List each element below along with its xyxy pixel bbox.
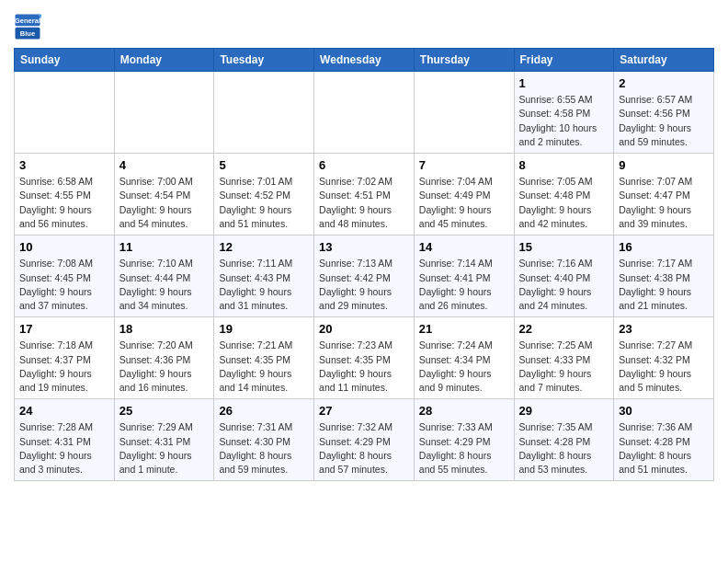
calendar-week-row: 3Sunrise: 6:58 AM Sunset: 4:55 PM Daylig… — [15, 154, 714, 236]
day-number: 5 — [219, 157, 309, 174]
day-info: Sunrise: 7:13 AM Sunset: 4:42 PM Dayligh… — [319, 257, 409, 313]
calendar-day-cell: 15Sunrise: 7:16 AM Sunset: 4:40 PM Dayli… — [514, 236, 614, 317]
logo: General Blue — [14, 13, 45, 40]
calendar-day-cell: 12Sunrise: 7:11 AM Sunset: 4:43 PM Dayli… — [214, 236, 314, 317]
day-info: Sunrise: 7:00 AM Sunset: 4:54 PM Dayligh… — [119, 175, 210, 231]
weekday-header: Sunday — [15, 49, 115, 72]
day-number: 15 — [519, 239, 609, 256]
day-info: Sunrise: 7:01 AM Sunset: 4:52 PM Dayligh… — [219, 175, 309, 231]
day-number: 1 — [519, 75, 609, 92]
day-info: Sunrise: 7:17 AM Sunset: 4:38 PM Dayligh… — [619, 257, 709, 313]
calendar-week-row: 10Sunrise: 7:08 AM Sunset: 4:45 PM Dayli… — [15, 236, 714, 317]
day-number: 24 — [19, 403, 109, 419]
calendar-day-cell — [15, 72, 115, 154]
day-number: 26 — [219, 403, 309, 419]
calendar-day-cell: 9Sunrise: 7:07 AM Sunset: 4:47 PM Daylig… — [614, 154, 714, 236]
calendar-day-cell: 23Sunrise: 7:27 AM Sunset: 4:32 PM Dayli… — [614, 317, 714, 399]
day-info: Sunrise: 7:11 AM Sunset: 4:43 PM Dayligh… — [219, 257, 309, 313]
calendar-day-cell — [214, 72, 314, 154]
day-info: Sunrise: 7:16 AM Sunset: 4:40 PM Dayligh… — [519, 257, 609, 313]
day-info: Sunrise: 7:36 AM Sunset: 4:28 PM Dayligh… — [619, 420, 709, 477]
day-info: Sunrise: 7:21 AM Sunset: 4:35 PM Dayligh… — [219, 339, 309, 395]
calendar-day-cell: 18Sunrise: 7:20 AM Sunset: 4:36 PM Dayli… — [114, 317, 214, 399]
calendar-day-cell: 3Sunrise: 6:58 AM Sunset: 4:55 PM Daylig… — [15, 154, 115, 236]
day-number: 23 — [619, 321, 709, 338]
day-number: 14 — [419, 239, 509, 256]
weekday-header: Saturday — [614, 49, 714, 72]
calendar-day-cell: 19Sunrise: 7:21 AM Sunset: 4:35 PM Dayli… — [214, 317, 314, 399]
day-info: Sunrise: 6:55 AM Sunset: 4:58 PM Dayligh… — [519, 93, 609, 149]
calendar-day-cell: 4Sunrise: 7:00 AM Sunset: 4:54 PM Daylig… — [114, 154, 214, 236]
day-number: 9 — [619, 157, 709, 174]
day-number: 10 — [19, 239, 109, 256]
day-info: Sunrise: 7:29 AM Sunset: 4:31 PM Dayligh… — [119, 420, 210, 477]
calendar-day-cell: 17Sunrise: 7:18 AM Sunset: 4:37 PM Dayli… — [15, 317, 115, 399]
calendar-day-cell: 13Sunrise: 7:13 AM Sunset: 4:42 PM Dayli… — [314, 236, 415, 317]
calendar-day-cell: 30Sunrise: 7:36 AM Sunset: 4:28 PM Dayli… — [614, 399, 714, 481]
day-info: Sunrise: 7:10 AM Sunset: 4:44 PM Dayligh… — [119, 257, 210, 313]
day-info: Sunrise: 7:28 AM Sunset: 4:31 PM Dayligh… — [19, 420, 109, 477]
day-number: 6 — [319, 157, 409, 174]
day-info: Sunrise: 7:05 AM Sunset: 4:48 PM Dayligh… — [519, 175, 609, 231]
weekday-header: Monday — [114, 49, 214, 72]
weekday-header: Wednesday — [314, 49, 415, 72]
calendar-day-cell: 29Sunrise: 7:35 AM Sunset: 4:28 PM Dayli… — [514, 399, 614, 481]
calendar-day-cell: 8Sunrise: 7:05 AM Sunset: 4:48 PM Daylig… — [514, 154, 614, 236]
calendar-header-row: SundayMondayTuesdayWednesdayThursdayFrid… — [15, 49, 714, 72]
day-info: Sunrise: 6:58 AM Sunset: 4:55 PM Dayligh… — [19, 175, 109, 231]
day-info: Sunrise: 7:14 AM Sunset: 4:41 PM Dayligh… — [419, 257, 509, 313]
svg-text:General: General — [15, 17, 40, 25]
weekday-header: Thursday — [414, 49, 514, 72]
calendar-table: SundayMondayTuesdayWednesdayThursdayFrid… — [14, 48, 714, 481]
day-number: 27 — [319, 403, 409, 419]
day-info: Sunrise: 7:23 AM Sunset: 4:35 PM Dayligh… — [319, 339, 409, 395]
day-info: Sunrise: 6:57 AM Sunset: 4:56 PM Dayligh… — [619, 93, 709, 149]
calendar-day-cell: 21Sunrise: 7:24 AM Sunset: 4:34 PM Dayli… — [414, 317, 514, 399]
day-number: 13 — [319, 239, 409, 256]
day-number: 8 — [519, 157, 609, 174]
day-info: Sunrise: 7:32 AM Sunset: 4:29 PM Dayligh… — [319, 420, 409, 477]
day-number: 21 — [419, 321, 509, 338]
day-number: 11 — [119, 239, 210, 256]
day-number: 12 — [219, 239, 309, 256]
calendar-day-cell: 24Sunrise: 7:28 AM Sunset: 4:31 PM Dayli… — [15, 399, 115, 481]
day-number: 20 — [319, 321, 409, 338]
calendar-day-cell: 28Sunrise: 7:33 AM Sunset: 4:29 PM Dayli… — [414, 399, 514, 481]
calendar-day-cell: 14Sunrise: 7:14 AM Sunset: 4:41 PM Dayli… — [414, 236, 514, 317]
day-info: Sunrise: 7:08 AM Sunset: 4:45 PM Dayligh… — [19, 257, 109, 313]
calendar-week-row: 1Sunrise: 6:55 AM Sunset: 4:58 PM Daylig… — [15, 72, 714, 154]
page-container: General Blue SundayMondayTuesdayWednesda… — [0, 0, 728, 490]
calendar-day-cell: 11Sunrise: 7:10 AM Sunset: 4:44 PM Dayli… — [114, 236, 214, 317]
day-info: Sunrise: 7:04 AM Sunset: 4:49 PM Dayligh… — [419, 175, 509, 231]
day-info: Sunrise: 7:07 AM Sunset: 4:47 PM Dayligh… — [619, 175, 709, 231]
day-info: Sunrise: 7:20 AM Sunset: 4:36 PM Dayligh… — [119, 339, 210, 395]
calendar-day-cell — [414, 72, 514, 154]
logo-icon: General Blue — [14, 13, 41, 40]
day-number: 25 — [119, 403, 210, 419]
day-number: 16 — [619, 239, 709, 256]
day-number: 29 — [519, 403, 609, 419]
calendar-week-row: 24Sunrise: 7:28 AM Sunset: 4:31 PM Dayli… — [15, 399, 714, 481]
day-info: Sunrise: 7:31 AM Sunset: 4:30 PM Dayligh… — [219, 420, 309, 477]
calendar-day-cell — [314, 72, 415, 154]
calendar-day-cell: 2Sunrise: 6:57 AM Sunset: 4:56 PM Daylig… — [614, 72, 714, 154]
day-number: 22 — [519, 321, 609, 338]
calendar-day-cell — [114, 72, 214, 154]
day-info: Sunrise: 7:27 AM Sunset: 4:32 PM Dayligh… — [619, 339, 709, 395]
calendar-day-cell: 25Sunrise: 7:29 AM Sunset: 4:31 PM Dayli… — [114, 399, 214, 481]
day-number: 4 — [119, 157, 210, 174]
calendar-day-cell: 27Sunrise: 7:32 AM Sunset: 4:29 PM Dayli… — [314, 399, 415, 481]
calendar-day-cell: 20Sunrise: 7:23 AM Sunset: 4:35 PM Dayli… — [314, 317, 415, 399]
calendar-day-cell: 5Sunrise: 7:01 AM Sunset: 4:52 PM Daylig… — [214, 154, 314, 236]
day-info: Sunrise: 7:33 AM Sunset: 4:29 PM Dayligh… — [419, 420, 509, 477]
day-info: Sunrise: 7:25 AM Sunset: 4:33 PM Dayligh… — [519, 339, 609, 395]
day-number: 19 — [219, 321, 309, 338]
day-number: 18 — [119, 321, 210, 338]
calendar-day-cell: 10Sunrise: 7:08 AM Sunset: 4:45 PM Dayli… — [15, 236, 115, 317]
weekday-header: Tuesday — [214, 49, 314, 72]
day-info: Sunrise: 7:24 AM Sunset: 4:34 PM Dayligh… — [419, 339, 509, 395]
day-info: Sunrise: 7:35 AM Sunset: 4:28 PM Dayligh… — [519, 420, 609, 477]
calendar-day-cell: 7Sunrise: 7:04 AM Sunset: 4:49 PM Daylig… — [414, 154, 514, 236]
calendar-day-cell: 1Sunrise: 6:55 AM Sunset: 4:58 PM Daylig… — [514, 72, 614, 154]
day-number: 2 — [619, 75, 709, 92]
